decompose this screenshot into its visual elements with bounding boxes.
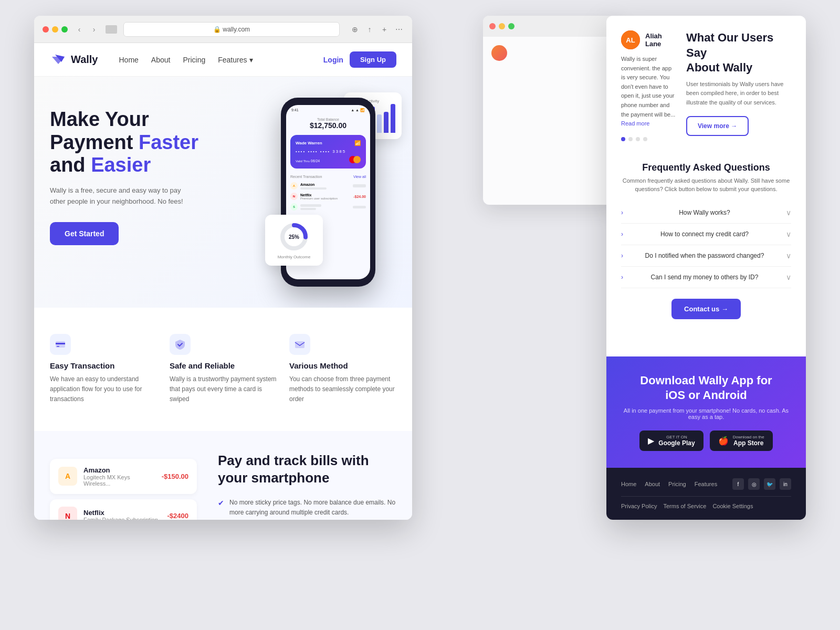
netflix-amount: -$2400 <box>167 512 188 520</box>
logo-icon <box>50 52 67 67</box>
testimonial-text: Wally is super convenient. the app is ve… <box>621 55 676 129</box>
feature-desc-easy: We have an easy to understand applicatio… <box>50 374 157 405</box>
instagram-icon[interactable]: ◎ <box>748 478 760 490</box>
spotify-small-icon: S <box>290 203 298 211</box>
background-browser-window <box>483 16 620 205</box>
transactions: Recent Transaction View all A Amazon <box>286 172 370 215</box>
netflix-amount: -$24.00 <box>353 195 366 198</box>
feature-title-easy: Easy Transaction <box>50 361 157 370</box>
tab-add-icon[interactable]: + <box>380 25 389 34</box>
footer-divider <box>621 496 791 497</box>
testimonial-card: AL Aliah Lane Wally is super convenient.… <box>621 30 676 129</box>
trans-header: Recent Transaction View all <box>290 175 366 178</box>
faq-toggle-2[interactable]: ∨ <box>786 230 791 238</box>
amazon-name: Amazon <box>83 466 155 474</box>
faq-expand-2[interactable]: › <box>621 230 623 238</box>
amazon-desc: Logitech MX Keys Wireless... <box>83 474 155 487</box>
bookmark-icon[interactable]: ⊕ <box>350 25 360 34</box>
faq-toggle-1[interactable]: ∨ <box>786 208 791 217</box>
footer-bottom: Privacy Policy Terms of Service Cookie S… <box>621 503 791 509</box>
tl-red[interactable] <box>43 26 49 33</box>
twitter-icon[interactable]: 🐦 <box>764 478 775 490</box>
trans-item-3: S <box>290 202 366 212</box>
feature-desc-various: You can choose from three payment method… <box>289 374 396 405</box>
check-icon-1: ✔ <box>218 499 224 507</box>
view-more-button[interactable]: View more → <box>686 116 749 136</box>
footer-features[interactable]: Features <box>695 481 717 487</box>
faq-expand-3[interactable]: › <box>621 252 623 259</box>
forward-button[interactable]: › <box>89 24 99 35</box>
footer: Home About Pricing Features f ◎ 🐦 in Pri… <box>606 468 806 520</box>
linkedin-icon[interactable]: in <box>780 478 791 490</box>
contact-us-button[interactable]: Contact us → <box>671 299 741 319</box>
faq-question-2: How to connect my credit card? <box>660 230 749 238</box>
main-browser-window: ‹ › 🔒 wally.com ⊕ ↑ + ⋯ Wally <box>34 16 412 520</box>
terms-link[interactable]: Terms of Service <box>663 503 706 509</box>
feature-safe: Safe and Reliable Wally is a trustworthy… <box>170 334 277 405</box>
google-play-button[interactable]: ▶ GET IT ON Google Play <box>639 430 703 451</box>
address-bar[interactable]: 🔒 wally.com <box>123 22 340 37</box>
phone-mockup-container: Monthly Activity 9:41 <box>260 87 396 297</box>
more-icon[interactable]: ⋯ <box>394 25 404 34</box>
phone-indicators: ▲ ▲ 📶 <box>351 108 365 112</box>
trans-item-amazon: A Amazon <box>290 181 366 191</box>
view-all-link[interactable]: View all <box>353 175 366 178</box>
share-icon[interactable]: ↑ <box>365 25 374 34</box>
faq-expand-1[interactable]: › <box>621 209 623 216</box>
login-button[interactable]: Login <box>323 56 343 64</box>
facebook-icon[interactable]: f <box>732 478 744 490</box>
logo: Wally <box>50 52 98 67</box>
tl-green[interactable] <box>61 26 68 33</box>
browser-content: Wally Home About Pricing Features ▾ Logi… <box>34 43 412 520</box>
footer-about[interactable]: About <box>645 481 660 487</box>
bills-point-text-1: No more sticky price tags. No more balan… <box>229 498 396 518</box>
back-button[interactable]: ‹ <box>74 24 85 35</box>
faq-toggle-4[interactable]: ∨ <box>786 273 791 281</box>
netflix-logo: N <box>58 507 77 520</box>
bar-6 <box>384 112 388 133</box>
valid-thru-label: Valid Thru <box>296 160 310 163</box>
svg-rect-6 <box>295 341 304 348</box>
faq-item-4: › Can I send my money to others by ID? ∨ <box>621 267 791 288</box>
tl-yellow[interactable] <box>52 26 58 33</box>
balance-amount: $12,750.00 <box>291 121 365 130</box>
app-download-subtitle: All in one payment from your smartphone!… <box>621 407 791 420</box>
faq-question-3: Do I notified when the password changed? <box>645 252 764 259</box>
app-store-label-lg: App Store <box>733 439 764 447</box>
dot-4[interactable] <box>643 137 647 141</box>
dot-1[interactable] <box>621 137 625 141</box>
footer-pricing[interactable]: Pricing <box>668 481 686 487</box>
amazon-logo: A <box>58 467 77 486</box>
nav-about[interactable]: About <box>151 56 171 64</box>
url-text: wally.com <box>223 26 250 33</box>
read-more-link[interactable]: Read more <box>621 120 649 127</box>
browser-actions: ⊕ ↑ + ⋯ <box>350 25 404 34</box>
bills-content: Pay and track bills with your smartphone… <box>218 452 396 520</box>
nav-pricing[interactable]: Pricing <box>183 56 205 64</box>
nav-features[interactable]: Features ▾ <box>218 56 253 64</box>
privacy-policy-link[interactable]: Privacy Policy <box>621 503 657 509</box>
google-play-label-sm: GET IT ON <box>658 435 695 439</box>
sidebar-toggle[interactable] <box>106 25 117 34</box>
features-grid: Easy Transaction We have an easy to unde… <box>50 334 396 405</box>
svg-text:25%: 25% <box>289 234 299 240</box>
get-started-button[interactable]: Get Started <box>50 222 119 245</box>
testimonial-user: AL Aliah Lane <box>621 30 676 49</box>
tl-red <box>489 23 496 29</box>
cookie-settings-link[interactable]: Cookie Settings <box>712 503 753 509</box>
footer-home[interactable]: Home <box>621 481 636 487</box>
faq-toggle-3[interactable]: ∨ <box>786 251 791 260</box>
signup-button[interactable]: Sign Up <box>350 51 396 68</box>
faq-title: Frequently Asked Questions <box>621 162 791 173</box>
dot-2[interactable] <box>628 137 633 141</box>
faq-item-3: › Do I notified when the password change… <box>621 245 791 267</box>
card-widget: Wade Warren 📶 •••• •••• •••• 3385 Valid … <box>290 135 366 169</box>
bar-5 <box>377 114 382 133</box>
bills-point-1: ✔ No more sticky price tags. No more bal… <box>218 498 396 518</box>
app-store-button[interactable]: 🍎 Download on the App Store <box>710 430 773 451</box>
feature-icon-safe <box>170 334 191 355</box>
dot-3[interactable] <box>636 137 640 141</box>
bills-section: A Amazon Logitech MX Keys Wireless... -$… <box>34 431 412 520</box>
nav-home[interactable]: Home <box>119 56 139 64</box>
faq-expand-4[interactable]: › <box>621 274 623 281</box>
